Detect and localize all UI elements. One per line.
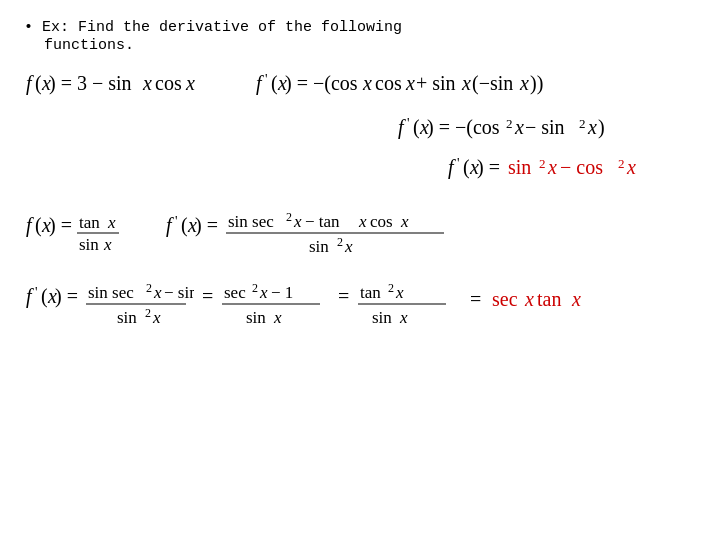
svg-text:) =: ) = — [49, 214, 72, 237]
svg-text:x: x — [547, 156, 557, 178]
svg-text:tan: tan — [79, 213, 100, 232]
svg-text:sin: sin — [246, 308, 266, 327]
svg-text:x: x — [153, 283, 162, 302]
svg-text:(: ( — [35, 72, 42, 95]
formula-fpx6: = sec 2 x − 1 sin x — [200, 271, 330, 334]
svg-text:f: f — [26, 214, 34, 237]
svg-text:x: x — [395, 283, 404, 302]
svg-text:2: 2 — [286, 210, 292, 224]
svg-text:(: ( — [181, 214, 188, 237]
svg-text:− sin: − sin — [525, 116, 565, 138]
fpx2-svg: f ' ( x ) = −(cos 2 x − sin 2 x ) — [396, 108, 656, 146]
svg-text:2: 2 — [579, 116, 586, 131]
svg-text:x: x — [587, 116, 597, 138]
svg-text:x: x — [571, 288, 581, 310]
svg-text:2: 2 — [506, 116, 513, 131]
section1: f ( x ) = 3 − sin x cos x f ' ( x ) = −(… — [24, 62, 696, 106]
svg-text:(: ( — [271, 72, 278, 95]
svg-text:cos: cos — [375, 72, 402, 94]
svg-text:2: 2 — [337, 235, 343, 249]
svg-text:) =: ) = — [55, 285, 78, 308]
formula-fpx8: = sec x tan x — [468, 280, 598, 321]
svg-text:x: x — [519, 72, 529, 94]
svg-text:=: = — [202, 285, 213, 307]
fpx6-svg: = sec 2 x − 1 sin x — [200, 271, 330, 329]
svg-text:− 1: − 1 — [271, 283, 293, 302]
svg-text:sec: sec — [492, 288, 518, 310]
fpx8-svg: = sec x tan x — [468, 280, 598, 316]
svg-text:− sin: − sin — [164, 283, 194, 302]
section2-row1: f ( x ) = tan x sin x f ' ( x ) = sin se… — [24, 200, 696, 263]
svg-text:': ' — [35, 285, 38, 300]
svg-text:)): )) — [530, 72, 543, 95]
svg-text:x: x — [152, 308, 161, 327]
svg-text:x: x — [293, 212, 302, 231]
formula-fpx7: = tan 2 x sin x — [336, 271, 456, 334]
svg-text:f: f — [256, 72, 264, 95]
header-text: • Ex: Find the derivative of the followi… — [24, 18, 696, 54]
svg-text:x: x — [514, 116, 524, 138]
svg-text:': ' — [457, 156, 460, 171]
svg-text:x: x — [362, 72, 372, 94]
formula-fpx1: f ' ( x ) = −(cos x cos x + sin x (−sin … — [254, 66, 614, 106]
svg-text:=: = — [470, 288, 481, 310]
svg-text:) =: ) = — [195, 214, 218, 237]
svg-text:− cos: − cos — [560, 156, 603, 178]
svg-text:− tan: − tan — [305, 212, 340, 231]
svg-text:f: f — [26, 285, 34, 308]
svg-text:x: x — [626, 156, 636, 178]
bullet-symbol: • — [24, 19, 42, 36]
svg-text:x: x — [185, 72, 195, 94]
svg-text:sin: sin — [117, 308, 137, 327]
svg-text:(: ( — [413, 116, 420, 139]
svg-text:': ' — [265, 72, 268, 87]
svg-text:2: 2 — [252, 281, 258, 295]
svg-text:sin: sin — [372, 308, 392, 327]
svg-text:x: x — [524, 288, 534, 310]
svg-text:sin: sin — [309, 237, 329, 256]
fpx3-svg: f ' ( x ) = sin 2 x − cos 2 x — [446, 148, 676, 186]
fpx7-svg: = tan 2 x sin x — [336, 271, 456, 329]
fx1-svg: f ( x ) = 3 − sin x cos x — [24, 66, 214, 101]
svg-text:) = −(cos: ) = −(cos — [285, 72, 358, 95]
svg-text:sin: sin — [508, 156, 531, 178]
formula-fx1: f ( x ) = 3 − sin x cos x — [24, 66, 214, 106]
svg-text:+ sin: + sin — [416, 72, 456, 94]
svg-text:': ' — [175, 214, 178, 229]
svg-text:(−sin: (−sin — [472, 72, 513, 95]
svg-text:x: x — [259, 283, 268, 302]
fpx1-svg: f ' ( x ) = −(cos x cos x + sin x (−sin … — [254, 66, 614, 101]
section2-row2: f ' ( x ) = sin sec 2 x − sin sin 2 x = … — [24, 271, 696, 334]
svg-text:x: x — [273, 308, 282, 327]
svg-text:) =: ) = — [477, 156, 500, 179]
section1-row2: f ' ( x ) = −(cos 2 x − sin 2 x ) — [24, 108, 656, 146]
svg-text:x: x — [399, 308, 408, 327]
formula-fpx2: f ' ( x ) = sin sec 2 x − tan x cos x si… — [164, 200, 454, 263]
svg-text:2: 2 — [618, 156, 625, 171]
svg-text:2: 2 — [388, 281, 394, 295]
svg-text:': ' — [407, 116, 410, 131]
svg-text:): ) — [598, 116, 605, 139]
svg-text:) = 3 − sin: ) = 3 − sin — [49, 72, 132, 95]
svg-text:sin: sin — [79, 235, 99, 254]
svg-text:) = −(cos: ) = −(cos — [427, 116, 500, 139]
svg-text:cos: cos — [155, 72, 182, 94]
formula-fpx5: f ' ( x ) = sin sec 2 x − sin sin 2 x — [24, 271, 194, 334]
svg-text:2: 2 — [146, 281, 152, 295]
svg-text:sec: sec — [224, 283, 246, 302]
svg-text:cos: cos — [370, 212, 393, 231]
svg-text:2: 2 — [539, 156, 546, 171]
formula-fx2: f ( x ) = tan x sin x — [24, 200, 134, 263]
svg-text:(: ( — [41, 285, 48, 308]
svg-text:x: x — [103, 235, 112, 254]
header-line1: Ex: Find the derivative of the following — [42, 19, 402, 36]
svg-text:f: f — [26, 72, 34, 95]
svg-text:sin sec: sin sec — [228, 212, 274, 231]
svg-text:tan: tan — [537, 288, 561, 310]
svg-text:tan: tan — [360, 283, 381, 302]
svg-text:(: ( — [463, 156, 470, 179]
svg-text:2: 2 — [145, 306, 151, 320]
svg-text:(: ( — [35, 214, 42, 237]
fpx5-svg: f ' ( x ) = sin sec 2 x − sin sin 2 x — [24, 271, 194, 329]
svg-text:f: f — [448, 156, 456, 179]
